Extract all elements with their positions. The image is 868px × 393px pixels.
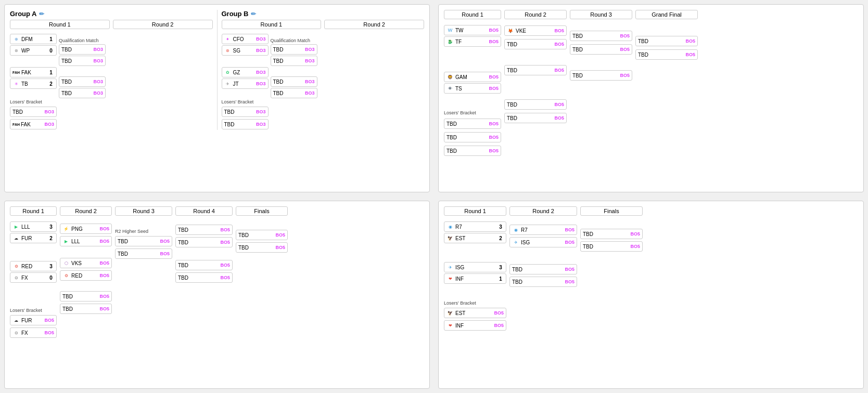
bl-r1-col: ▶ LLL 3 ☁ FUR 2 ⚙ RED 3	[10, 219, 57, 338]
bl-finals-header: Finals	[236, 206, 288, 216]
br-finals-header: Finals	[580, 206, 643, 216]
group-a-r1: ⊕ DFM 1 ⊗ WP 0	[10, 31, 57, 130]
team-row-gz: ✿ GZ BO3	[222, 67, 269, 77]
tr-r2-l1: TBDBO5	[504, 99, 567, 110]
group-divider	[217, 10, 218, 130]
tr-r2-col: 🦊 VKE BO5 TBDBO5 TBDBO5 TBDBO5 TBDBO5	[504, 25, 567, 124]
bl-finals-col: TBDBO5 TBDBO5	[236, 229, 288, 253]
bl-r2-col: ⚡ PNG BO5 ▶ LLL BO5 ⬡ VKS BO5 ⚙ RED	[60, 223, 112, 315]
br-est: 🦅 EST 2	[444, 233, 506, 243]
losers-label-a: Losers' Bracket	[10, 99, 57, 104]
group-a-r2: Qualification Match TBD BO3 TBD BO3 TBD	[59, 36, 106, 130]
tr-r1-header: Round 1	[444, 10, 501, 19]
br-r2-col: ◉ R7 BO5 ✈ ISG BO5 TBDBO5 TBDBO5	[509, 224, 577, 287]
qa-tbd1: TBD BO3	[59, 44, 106, 55]
group-b-label: Group B ✏	[222, 10, 425, 18]
bl-r3-col: R2 Higher Seed TBDBO5 TBDBO5	[115, 227, 172, 259]
bl-finals-tbd2: TBDBO5	[236, 242, 288, 253]
cfo-icon: ✦	[224, 35, 232, 43]
group-b-rounds: Round 1 Round 2	[222, 20, 425, 29]
br-isg: ✈ ISG 3	[444, 262, 506, 272]
panel-bottom-left: Round 1 Round 2 Round 3 Round 4 Finals ▶…	[4, 201, 430, 389]
br-losers-label: Losers' Bracket	[444, 300, 506, 306]
bl-lll: ▶ LLL 3	[10, 221, 57, 232]
panel-top-right: Round 1 Round 2 Round 3 Grand Final W TW…	[438, 4, 864, 192]
vke-icon: 🦊	[507, 27, 514, 34]
png-icon: ⚡	[62, 225, 70, 232]
bl-fur: ☁ FUR 2	[10, 233, 57, 243]
bl-round-headers: Round 1 Round 2 Round 3 Round 4 Finals	[10, 206, 424, 216]
tr-r2-tbd1: TBDBO5	[504, 39, 567, 49]
bl-r2-l1: TBDBO5	[60, 291, 112, 302]
tr-round-headers: Round 1 Round 2 Round 3 Grand Final	[444, 10, 858, 19]
tr-gf-tbd2: TBDBO5	[635, 49, 698, 60]
wp-icon: ⊗	[12, 47, 20, 54]
br-match1: ◉ R7 3 🦅 EST 2	[444, 221, 506, 244]
br-r2-isg-icon: ✈	[512, 239, 519, 246]
tr-r2-vke: 🦊 VKE BO5	[504, 25, 567, 36]
group-b: Group B ✏ Round 1 Round 2 ✦ CFO	[222, 10, 425, 130]
dfm-icon: ⊕	[12, 35, 20, 43]
tf-icon: 🐉	[446, 38, 454, 45]
tr-gf-tbd1: TBDBO5	[635, 36, 698, 46]
tr-gf-col: TBDBO5 TBDBO5	[635, 35, 698, 60]
bl-r3-tbd2: TBDBO5	[115, 248, 172, 259]
tr-r3-tbd1: TBDBO5	[570, 31, 632, 41]
group-b-round1-header: Round 1	[222, 20, 322, 29]
main-grid: Group A ✏ Round 1 Round 2 ⊕ DF	[0, 0, 868, 393]
losers-label-b: Losers' Bracket	[222, 99, 269, 104]
tr-gf-header: Grand Final	[635, 10, 698, 19]
tr-l-tbd1: TBDBO5	[444, 119, 501, 129]
edit-icon-a[interactable]: ✏	[39, 10, 44, 18]
gz-icon: ✿	[224, 69, 232, 76]
spacer3	[222, 59, 269, 63]
bl-r2hs-label: R2 Higher Seed	[115, 229, 172, 234]
bl-finals-tbd1: TBDBO5	[236, 230, 288, 240]
gam-icon: 🦁	[446, 73, 454, 81]
tr-r3-tbd3: TBDBO5	[570, 70, 632, 81]
team-row-fak: FAH FAK 1	[10, 67, 57, 77]
losers-tbd1-a: TBD BO3	[10, 107, 57, 117]
team-row-sg: ⊛ SG BO3	[222, 45, 269, 56]
tr-r3-tbd2: TBDBO5	[570, 44, 632, 55]
edit-icon-b[interactable]: ✏	[251, 10, 256, 18]
br-est-icon: 🦅	[446, 309, 454, 317]
br-r2-isg: ✈ ISG BO5	[509, 237, 577, 247]
bl-r2-png: ⚡ PNG BO5	[60, 224, 112, 234]
panel-bottom-right: Round 1 Round 2 Finals ◉ R7 3 🦅 EST 2	[438, 201, 864, 389]
br-r2-r7-icon: ◉	[512, 226, 519, 233]
br-r2-l1: TBDBO5	[509, 264, 577, 274]
tr-r2-tbd2: TBDBO5	[504, 65, 567, 75]
bl-fx-icon: ⊙	[12, 329, 20, 336]
bl-r4-header: Round 4	[175, 206, 233, 216]
bl-r2-l2: TBDBO5	[60, 304, 112, 314]
tr-losers-label: Losers' Bracket	[444, 110, 501, 115]
tr-r2-header: Round 2	[504, 10, 567, 19]
tr-gam: 🦁 GAM BO5	[444, 72, 501, 82]
tr-r3-header: Round 3	[570, 10, 632, 19]
bl-match1: ▶ LLL 3 ☁ FUR 2	[10, 221, 57, 244]
spacer4	[222, 93, 269, 97]
vks-icon: ⬡	[62, 259, 70, 267]
br-inf: ❤ INF 1	[444, 273, 506, 284]
br-match2: ✈ ISG 3 ❤ INF 1	[444, 261, 506, 284]
br-round-headers: Round 1 Round 2 Finals	[444, 206, 858, 216]
tr-tf: 🐉 TF BO5	[444, 36, 501, 47]
bl-r4-tbd4: TBDBO5	[175, 272, 233, 283]
qa-tbd4: TBD BO3	[59, 88, 106, 98]
losers-tbd1-b: TBD BO3	[222, 107, 269, 117]
red-icon: ⚙	[12, 263, 20, 270]
br-finals-tbd1: TBDBO5	[580, 229, 643, 239]
group-a-bracket: ⊕ DFM 1 ⊗ WP 0	[10, 31, 213, 130]
tr-r2-l2: TBDBO5	[504, 113, 567, 123]
team-row-cfo: ✦ CFO BO3	[222, 34, 269, 44]
br-finals-col: TBDBO5 TBDBO5	[580, 228, 643, 252]
team-row-jt: ✈ JT BO3	[222, 78, 269, 89]
team-row-dfm: ⊕ DFM 1	[10, 34, 57, 44]
lll-icon: ▶	[12, 223, 20, 230]
bl-l-fx: ⊙ FX BO5	[10, 328, 57, 338]
group-a-rounds: Round 1 Round 2	[10, 20, 213, 29]
fx-icon: ⊙	[12, 274, 20, 281]
qual-match-a: Qualification Match	[59, 38, 106, 43]
group-b-r1: ✦ CFO BO3 ⊛ SG BO3	[222, 31, 269, 130]
